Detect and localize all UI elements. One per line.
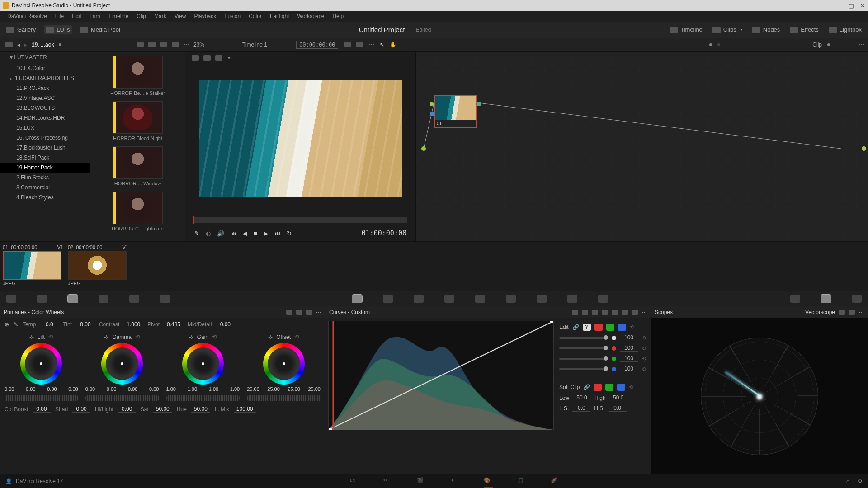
lut-folder-item[interactable]: 17.Blockbuster Lush (0, 143, 90, 153)
lut-folder-item[interactable]: 13.BLOWOUTS (0, 103, 90, 113)
wheel-r-value[interactable]: 0.00 (107, 386, 116, 392)
timeline-toggle[interactable]: Timeline (668, 25, 704, 34)
search-icon[interactable] (172, 42, 179, 47)
lut-thumbnail[interactable]: HORROR ... Window (94, 146, 181, 186)
curves-expand-icon[interactable] (632, 310, 638, 315)
color-picker-icon[interactable]: ✎ (194, 230, 199, 237)
menu-help[interactable]: Help (329, 12, 347, 20)
wheel-jog[interactable] (85, 395, 159, 401)
channel-b-button[interactable] (618, 324, 626, 331)
lut-folder-item[interactable]: 14.HDR.Looks.HDR (0, 113, 90, 123)
luts-toggle[interactable]: LUTs (44, 25, 72, 34)
clip-thumbnail[interactable]: 0200:00:00:00V1JPEG (68, 244, 128, 289)
lut-root[interactable]: ▾ LUTMASTER (0, 52, 90, 62)
color-wheel[interactable] (20, 343, 62, 385)
curves-mode2-icon[interactable] (582, 310, 588, 315)
softclip-reset-icon[interactable]: ⟲ (629, 384, 633, 390)
window-icon[interactable] (444, 295, 454, 303)
wheel-b-value[interactable]: 25.00 (308, 386, 321, 392)
wheel-jog[interactable] (5, 395, 78, 401)
wheel-reset-icon[interactable]: ⟲ (294, 333, 299, 340)
project-manager-icon[interactable]: ⌂ (846, 478, 849, 484)
play-reverse-button[interactable]: ◀ (243, 230, 247, 237)
wheel-jog[interactable] (166, 395, 240, 401)
viewer-more-icon[interactable]: ⋯ (369, 42, 374, 48)
wheel-jog[interactable] (247, 395, 321, 401)
prev-clip-button[interactable]: ⏮ (231, 230, 236, 237)
menu-color[interactable]: Color (245, 12, 265, 20)
lut-thumbnail[interactable]: HORROR C... ightmare (94, 192, 181, 231)
softclip-low-value[interactable]: 50.0 (573, 394, 591, 401)
scopes-expand-icon[interactable] (849, 310, 855, 315)
clip-thumbnail[interactable]: 0100:00:00:00V1JPEG (3, 244, 63, 289)
menu-timeline[interactable]: Timeline (104, 12, 132, 20)
wheel-g-value[interactable]: 0.00 (47, 386, 57, 392)
node-output[interactable] (862, 146, 866, 151)
channel-y-button[interactable]: Y (583, 324, 591, 331)
node-01-rgb-in[interactable] (430, 102, 434, 106)
grid-view-icon[interactable] (148, 42, 156, 47)
pivot-value[interactable]: 0.435 (164, 321, 183, 328)
rgb-mixer-icon[interactable] (129, 295, 139, 303)
auto-balance-icon[interactable]: ⊕ (5, 321, 9, 328)
curves-reset-icon[interactable]: ⟲ (630, 324, 634, 330)
primaries-wheels-icon[interactable] (68, 295, 78, 303)
hilight-value[interactable]: 0.00 (118, 406, 136, 413)
next-clip-button[interactable]: ⏭ (274, 230, 280, 237)
link-icon[interactable]: 🔗 (572, 324, 579, 330)
node-01-rgb-out[interactable] (477, 102, 481, 106)
page-cut[interactable]: ✂ (383, 477, 392, 485)
primaries-mode3-icon[interactable] (306, 310, 312, 315)
curve-channel-reset[interactable]: ⟲ (642, 356, 646, 362)
wheel-y-value[interactable]: 0.00 (85, 386, 95, 392)
lut-folder-item[interactable]: 10.FX.Color (0, 63, 90, 73)
lightbox-toggle[interactable]: Lightbox (827, 25, 863, 34)
color-wheel[interactable] (101, 343, 143, 385)
channel-r-button[interactable] (594, 324, 603, 331)
clips-toggle[interactable]: Clips (711, 25, 744, 34)
channel-g-button[interactable] (606, 324, 614, 331)
close-button[interactable]: ✕ (860, 2, 865, 9)
effects-toggle[interactable]: Effects (788, 25, 821, 34)
color-wheel[interactable] (263, 343, 305, 385)
project-settings-icon[interactable]: ⚙ (858, 478, 863, 484)
softclip-g-button[interactable] (605, 384, 613, 391)
maximize-button[interactable]: ▢ (849, 2, 854, 9)
lut-folder-item[interactable]: 3.Commercial (0, 183, 90, 192)
motion-effects-icon[interactable] (160, 295, 170, 303)
stop-button[interactable]: ■ (254, 230, 257, 237)
clip-mode-selector[interactable]: Clip (812, 42, 822, 48)
curve-channel-reset[interactable]: ⟲ (642, 366, 646, 372)
color-match-icon[interactable] (37, 295, 47, 303)
lut-folder-item[interactable]: 16. Cross Processing (0, 133, 90, 143)
wheel-picker-icon[interactable]: ⊹ (268, 334, 273, 340)
curve-intensity-slider[interactable] (559, 347, 608, 349)
middetail-value[interactable]: 0.00 (216, 321, 234, 328)
breadcrumb[interactable]: 19. ...ack (32, 42, 54, 48)
menu-playback[interactable]: Playback (190, 12, 220, 20)
sat-value[interactable]: 50.00 (153, 406, 172, 413)
sizing-icon[interactable] (598, 295, 608, 303)
primaries-mode1-icon[interactable] (286, 310, 292, 315)
viewer-scrubber[interactable] (193, 217, 407, 223)
node-more-icon[interactable]: ⋯ (859, 42, 864, 48)
page-fusion[interactable]: ✦ (450, 477, 459, 485)
wheel-r-value[interactable]: 25.00 (267, 386, 280, 392)
unmix-icon[interactable]: ◐ (206, 230, 211, 237)
temp-value[interactable]: 0.0 (40, 321, 58, 328)
magic-icon[interactable]: ✦ (227, 55, 231, 61)
lut-folder-item[interactable]: 15.LUX (0, 123, 90, 133)
nav-back[interactable]: ◂ (17, 42, 20, 48)
page-media[interactable]: 🗂 (350, 477, 359, 485)
menu-mark[interactable]: Mark (151, 12, 170, 20)
wheel-picker-icon[interactable]: ⊹ (189, 334, 193, 340)
wheel-picker-icon[interactable]: ⊹ (29, 334, 34, 340)
menu-fairlight[interactable]: Fairlight (266, 12, 293, 20)
info-icon[interactable] (852, 295, 862, 303)
wheel-r-value[interactable]: 0.00 (26, 386, 35, 392)
viewer-timecode[interactable]: 00:00:00:00 (296, 41, 338, 49)
hdr-wheels-icon[interactable] (99, 295, 108, 303)
primaries-mode2-icon[interactable] (296, 310, 302, 315)
lut-folder-item[interactable]: 12.Vintage.ASC (0, 93, 90, 103)
lut-folder-item[interactable]: 4.Bleach.Styles (0, 192, 90, 202)
